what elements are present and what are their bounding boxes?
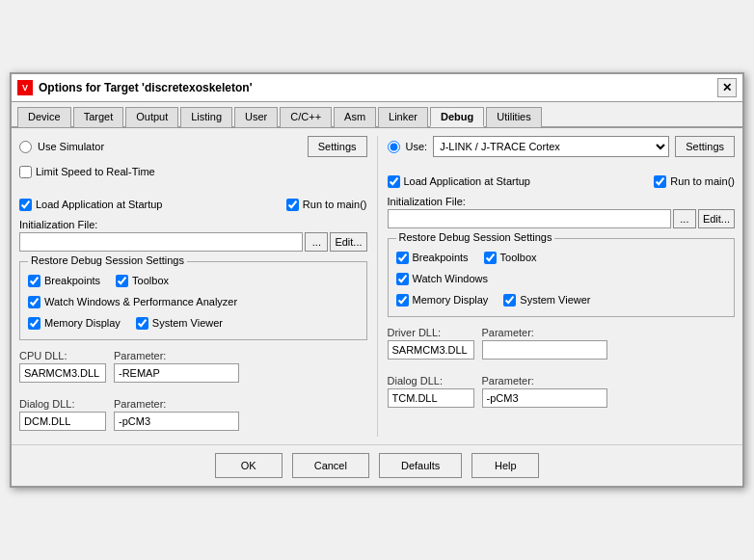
left-runtomain-cb-row: Run to main() (286, 196, 367, 213)
limit-speed-checkbox[interactable] (19, 166, 32, 178)
tab-listing[interactable]: Listing (180, 107, 232, 127)
right-init-file-input[interactable] (388, 209, 671, 228)
right-memory-display-cb-row: Memory Display (396, 291, 489, 308)
right-settings-button[interactable]: Settings (675, 136, 735, 157)
left-dialog-dll-col: Dialog DLL: (19, 398, 106, 431)
left-load-checkbox[interactable] (19, 199, 32, 211)
tab-linker[interactable]: Linker (378, 107, 428, 127)
right-runtomain-cb-row: Run to main() (654, 173, 735, 190)
left-cpu-dll-input[interactable] (19, 363, 106, 383)
right-browse-button[interactable]: ... (673, 209, 696, 228)
right-dialog-param-label: Parameter: (482, 375, 607, 387)
right-driver-dll-input[interactable] (388, 340, 474, 360)
tab-user[interactable]: User (234, 107, 278, 127)
left-restore-row1: Breakpoints Toolbox (28, 272, 359, 289)
left-memory-display-checkbox[interactable] (28, 317, 40, 330)
right-dialog-dll-input[interactable] (388, 388, 474, 408)
right-driver-dll-col: Driver DLL: (388, 327, 474, 360)
content-area: Use Simulator Settings Limit Speed to Re… (12, 128, 742, 444)
left-browse-button[interactable]: ... (305, 232, 328, 252)
left-runtomain-checkbox[interactable] (286, 199, 299, 211)
footer: OK Cancel Defaults Help (12, 444, 742, 486)
right-init-file-label: Initialization File: (388, 196, 736, 207)
left-toolbox-cb-row: Toolbox (116, 272, 169, 289)
left-cpu-param-col: Parameter: (114, 350, 239, 383)
right-runtomain-checkbox[interactable] (654, 175, 666, 188)
right-dialog-param-input[interactable] (482, 388, 607, 408)
tab-debug[interactable]: Debug (430, 107, 484, 127)
left-toolbox-checkbox[interactable] (116, 275, 128, 287)
right-runtomain-label: Run to main() (670, 175, 735, 187)
use-select[interactable]: J-LINK / J-TRACE Cortex (433, 136, 669, 157)
tab-utilities[interactable]: Utilities (486, 107, 541, 127)
left-edit-button[interactable]: Edit... (330, 232, 366, 252)
close-button[interactable]: ✕ (717, 78, 737, 97)
left-cpu-dll-col: CPU DLL: (19, 350, 106, 383)
left-system-viewer-checkbox[interactable] (136, 317, 148, 330)
left-load-cb-row: Load Application at Startup (19, 196, 162, 213)
right-toolbox-label: Toolbox (500, 252, 537, 263)
right-system-viewer-checkbox[interactable] (503, 294, 516, 307)
right-driver-param-input[interactable] (482, 340, 607, 360)
tabs-row: Device Target Output Listing User C/C++ … (12, 102, 742, 128)
tab-device[interactable]: Device (17, 107, 71, 127)
left-load-row: Load Application at Startup Run to main(… (19, 196, 367, 213)
right-init-file-row: ... Edit... (388, 209, 736, 228)
tab-asm[interactable]: Asm (334, 107, 376, 127)
left-dialog-param-input[interactable] (114, 412, 239, 431)
window-title: Options for Target 'discretexoskeleton' (39, 81, 253, 94)
limit-speed-row: Limit Speed to Real-Time (19, 163, 367, 180)
title-bar: V Options for Target 'discretexoskeleton… (12, 74, 742, 102)
cancel-button[interactable]: Cancel (292, 453, 369, 478)
right-dialog-param-col: Parameter: (482, 375, 607, 408)
left-load-label: Load Application at Startup (36, 199, 162, 210)
left-cpu-dll-row: CPU DLL: Parameter: (19, 350, 367, 383)
right-edit-button[interactable]: Edit... (698, 209, 735, 228)
left-init-file-input[interactable] (19, 232, 303, 252)
right-watch-label: Watch Windows (413, 273, 488, 284)
left-watch-perf-label: Watch Windows & Performance Analyzer (44, 296, 237, 307)
left-memory-display-cb-row: Memory Display (28, 314, 121, 332)
left-dialog-dll-section: Dialog DLL: Parameter: (19, 398, 367, 437)
right-toolbox-cb-row: Toolbox (484, 249, 537, 266)
tab-output[interactable]: Output (125, 107, 178, 127)
left-breakpoints-checkbox[interactable] (28, 275, 40, 287)
right-watch-checkbox[interactable] (396, 273, 409, 285)
right-init-file-section: Initialization File: ... Edit... (388, 196, 736, 228)
right-system-viewer-label: System Viewer (520, 294, 590, 306)
left-cpu-dll-section: CPU DLL: Parameter: (19, 350, 367, 388)
icon-letter: V (22, 83, 28, 93)
right-load-label: Load Application at Startup (404, 175, 530, 187)
right-driver-dll-section: Driver DLL: Parameter: (388, 327, 736, 365)
right-dialog-dll-label: Dialog DLL: (388, 375, 474, 387)
right-memory-display-label: Memory Display (413, 294, 489, 306)
left-settings-button[interactable]: Settings (308, 136, 367, 157)
right-memory-display-checkbox[interactable] (396, 294, 409, 307)
right-driver-param-label: Parameter: (482, 327, 607, 338)
right-dialog-dll-row: Dialog DLL: Parameter: (388, 375, 736, 408)
right-load-checkbox[interactable] (388, 175, 400, 188)
right-restore-row1: Breakpoints Toolbox (396, 249, 727, 266)
help-button[interactable]: Help (471, 453, 539, 478)
left-restore-group-label: Restore Debug Session Settings (28, 254, 187, 266)
left-cpu-param-input[interactable] (114, 363, 239, 383)
left-dialog-dll-label: Dialog DLL: (19, 398, 106, 410)
left-cpu-dll-label: CPU DLL: (19, 350, 106, 361)
right-panel: Use: J-LINK / J-TRACE Cortex Settings Lo… (388, 136, 736, 437)
left-memory-display-label: Memory Display (44, 317, 121, 329)
use-jlink-radio[interactable] (388, 141, 400, 153)
right-toolbox-checkbox[interactable] (484, 252, 497, 264)
left-watch-perf-checkbox[interactable] (28, 296, 40, 308)
left-toolbox-label: Toolbox (132, 275, 169, 286)
tab-cpp[interactable]: C/C++ (280, 107, 332, 127)
main-window: V Options for Target 'discretexoskeleton… (10, 72, 744, 488)
left-dialog-dll-input[interactable] (19, 412, 106, 431)
use-simulator-radio[interactable] (19, 141, 32, 153)
tab-target[interactable]: Target (73, 107, 124, 127)
ok-button[interactable]: OK (215, 453, 283, 478)
right-restore-group: Restore Debug Session Settings Breakpoin… (388, 238, 736, 317)
defaults-button[interactable]: Defaults (379, 453, 462, 478)
left-init-file-row: ... Edit... (19, 232, 367, 252)
right-breakpoints-checkbox[interactable] (396, 252, 409, 264)
left-breakpoints-label: Breakpoints (44, 275, 100, 286)
